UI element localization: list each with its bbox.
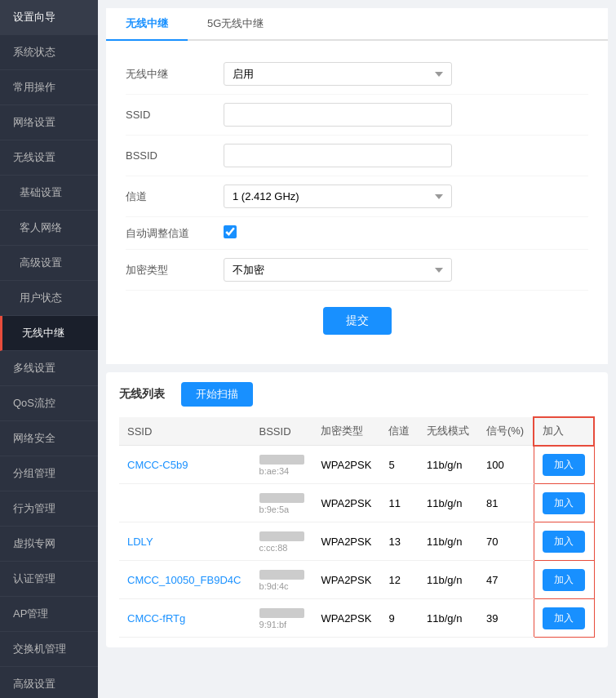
cell-ssid-2: LDLY <box>119 522 251 561</box>
cell-ssid-1 <box>119 484 251 522</box>
cell-join-1: 加入 <box>534 484 594 522</box>
join-button-4[interactable]: 加入 <box>543 607 585 629</box>
bssid-blur <box>259 493 304 503</box>
table-row: CMCC_10050_FB9D4Cb:9d:4cWPA2PSK1211b/g/n… <box>119 561 594 599</box>
cell-encryption-0: WPA2PSK <box>312 446 380 484</box>
bssid-suffix: c:cc:88 <box>259 543 288 553</box>
select-channel[interactable]: 1 (2.412 GHz) <box>224 185 452 208</box>
cell-encryption-3: WPA2PSK <box>312 561 380 599</box>
tab-5g-wireless-relay[interactable]: 5G无线中继 <box>188 8 283 41</box>
table-row: CMCC-fRTg9:91:bfWPA2PSK911b/g/n39加入 <box>119 599 594 638</box>
sidebar-item-高级设置[interactable]: 高级设置 <box>0 667 98 698</box>
input-ssid[interactable] <box>224 103 452 127</box>
input-bssid[interactable] <box>224 144 452 167</box>
scan-button[interactable]: 开始扫描 <box>181 382 253 407</box>
table-row: LDLYc:cc:88WPA2PSK1311b/g/n70加入 <box>119 522 594 561</box>
bssid-suffix: 9:91:bf <box>259 620 287 629</box>
sidebar-item-分组管理[interactable]: 分组管理 <box>0 456 98 491</box>
list-header: 无线列表 开始扫描 <box>119 382 595 407</box>
label-auto-channel: 自动调整信道 <box>126 226 224 241</box>
sidebar-item-行为管理[interactable]: 行为管理 <box>0 491 98 527</box>
cell-join-3: 加入 <box>534 561 594 599</box>
sidebar-item-网络设置[interactable]: 网络设置 <box>0 105 98 140</box>
cell-channel-1: 11 <box>380 484 419 522</box>
field-auto-channel: 自动调整信道 <box>126 217 588 250</box>
col-ssid: SSID <box>119 417 251 446</box>
bssid-blur <box>259 570 304 580</box>
sidebar-item-设置向导[interactable]: 设置向导 <box>0 0 98 35</box>
select-relay-enable[interactable]: 启用 停用 <box>224 62 452 86</box>
sidebar-item-交换机管理[interactable]: 交换机管理 <box>0 632 98 667</box>
cell-ssid-3: CMCC_10050_FB9D4C <box>119 561 251 599</box>
join-button-1[interactable]: 加入 <box>543 492 585 514</box>
col-channel: 信道 <box>380 417 419 446</box>
join-button-0[interactable]: 加入 <box>543 454 585 476</box>
control-auto-channel <box>224 225 452 241</box>
sidebar-item-认证管理[interactable]: 认证管理 <box>0 562 98 597</box>
sidebar-item-基础设置[interactable]: 基础设置 <box>0 176 98 211</box>
relay-form: 无线中继 启用 停用 SSID BSSID <box>106 41 608 364</box>
sidebar-item-AP管理[interactable]: AP管理 <box>0 597 98 632</box>
bssid-blur <box>259 531 304 541</box>
checkbox-auto-channel[interactable] <box>224 225 237 238</box>
sidebar-item-无线中继[interactable]: 无线中继 <box>0 316 98 351</box>
sidebar-item-用户状态[interactable]: 用户状态 <box>0 281 98 316</box>
col-join: 加入 <box>534 417 594 446</box>
cell-ssid-0: CMCC-C5b9 <box>119 446 251 484</box>
cell-join-2: 加入 <box>534 522 594 561</box>
sidebar-item-系统状态[interactable]: 系统状态 <box>0 35 98 70</box>
cell-signal-0: 100 <box>478 446 534 484</box>
sidebar-item-网络安全[interactable]: 网络安全 <box>0 421 98 456</box>
cell-channel-4: 9 <box>380 599 419 638</box>
control-bssid <box>224 144 452 167</box>
field-ssid: SSID <box>126 95 588 136</box>
ssid-value: CMCC-fRTg <box>127 612 185 625</box>
sidebar-item-无线设置[interactable]: 无线设置 <box>0 140 98 176</box>
cell-signal-2: 70 <box>478 522 534 561</box>
wireless-list-card: 无线列表 开始扫描 SSID BSSID 加密类型 信道 无线模式 信号(%) … <box>106 372 608 647</box>
label-relay-enable: 无线中继 <box>126 67 224 82</box>
table-row: b:9e:5aWPA2PSK1111b/g/n81加入 <box>119 484 594 522</box>
cell-mode-4: 11b/g/n <box>419 599 478 638</box>
bssid-suffix: b:9e:5a <box>259 505 290 514</box>
sidebar-item-客人网络[interactable]: 客人网络 <box>0 211 98 246</box>
join-button-3[interactable]: 加入 <box>543 569 585 591</box>
submit-button[interactable]: 提交 <box>323 307 392 335</box>
control-ssid <box>224 103 452 127</box>
col-signal: 信号(%) <box>478 417 534 446</box>
tab-wireless-relay[interactable]: 无线中继 <box>106 8 188 41</box>
cell-channel-2: 13 <box>380 522 419 561</box>
sidebar: 设置向导系统状态常用操作网络设置无线设置基础设置客人网络高级设置用户状态无线中继… <box>0 0 98 698</box>
list-title: 无线列表 <box>119 387 165 402</box>
col-encryption: 加密类型 <box>312 417 380 446</box>
cell-join-4: 加入 <box>534 599 594 638</box>
table-body: CMCC-C5b9b:ae:34WPA2PSK511b/g/n100加入b:9e… <box>119 446 594 638</box>
sidebar-item-高级设置[interactable]: 高级设置 <box>0 246 98 281</box>
cell-mode-3: 11b/g/n <box>419 561 478 599</box>
cell-bssid-3: b:9d:4c <box>251 561 313 599</box>
cell-signal-1: 81 <box>478 484 534 522</box>
cell-bssid-4: 9:91:bf <box>251 599 313 638</box>
cell-encryption-1: WPA2PSK <box>312 484 380 522</box>
cell-bssid-0: b:ae:34 <box>251 446 313 484</box>
label-ssid: SSID <box>126 109 224 121</box>
control-encryption: 不加密 WPA2PSK <box>224 258 452 282</box>
col-mode: 无线模式 <box>419 417 478 446</box>
control-relay-enable: 启用 停用 <box>224 62 452 86</box>
ssid-value: LDLY <box>127 536 153 548</box>
cell-signal-3: 47 <box>478 561 534 599</box>
submit-row: 提交 <box>126 291 588 351</box>
sidebar-item-多线设置[interactable]: 多线设置 <box>0 351 98 386</box>
cell-join-0: 加入 <box>534 446 594 484</box>
join-button-2[interactable]: 加入 <box>543 531 585 553</box>
sidebar-item-常用操作[interactable]: 常用操作 <box>0 70 98 105</box>
select-encryption[interactable]: 不加密 WPA2PSK <box>224 258 452 282</box>
cell-ssid-4: CMCC-fRTg <box>119 599 251 638</box>
label-bssid: BSSID <box>126 149 224 162</box>
form-card: 无线中继 5G无线中继 无线中继 启用 停用 SSID <box>106 8 608 364</box>
ssid-value: CMCC_10050_FB9D4C <box>127 574 241 586</box>
sidebar-item-QoS流控[interactable]: QoS流控 <box>0 386 98 421</box>
sidebar-item-虚拟专网[interactable]: 虚拟专网 <box>0 527 98 562</box>
cell-encryption-2: WPA2PSK <box>312 522 380 561</box>
main-content: 无线中继 5G无线中继 无线中继 启用 停用 SSID <box>98 0 616 698</box>
